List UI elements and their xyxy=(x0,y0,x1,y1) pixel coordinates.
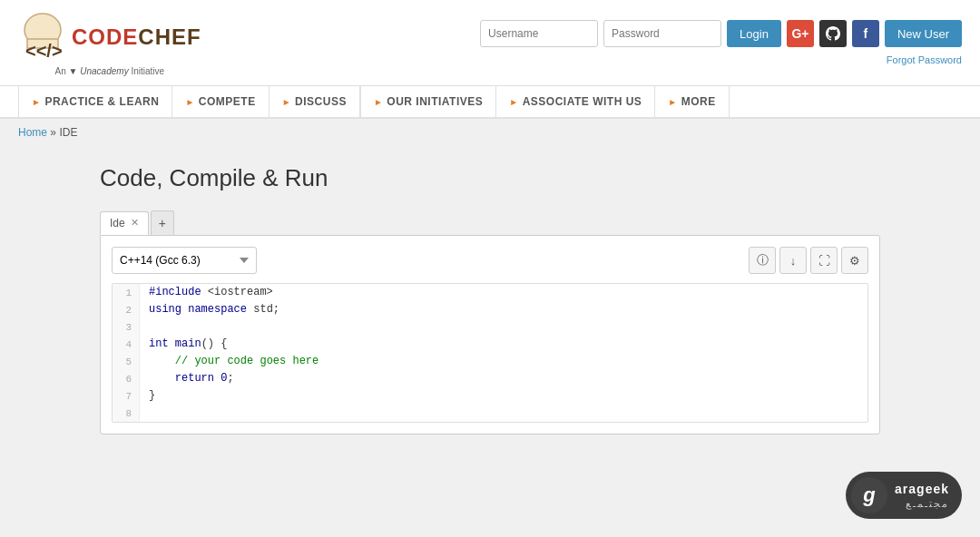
code-editor[interactable]: 1 #include <iostream> 2 using namespace … xyxy=(112,283,868,423)
nav-arrow-practice: ► xyxy=(32,97,41,107)
breadcrumb: Home » IDE xyxy=(0,119,980,146)
nav-item-more[interactable]: ► MORE xyxy=(655,85,729,118)
nav-label-discuss: DISCUSS xyxy=(295,95,347,108)
line-num-3: 3 xyxy=(113,318,140,336)
nav-label-practice: PRACTICE & LEARN xyxy=(44,95,159,108)
tab-ide[interactable]: Ide ✕ xyxy=(100,211,149,235)
line-content-1: #include <iostream> xyxy=(140,284,273,300)
line-content-7: } xyxy=(140,387,155,404)
line-content-5: // your code goes here xyxy=(140,353,318,369)
breadcrumb-current: IDE xyxy=(59,126,77,139)
nav-item-practice[interactable]: ► PRACTICE & LEARN xyxy=(18,85,172,118)
tab-close-button[interactable]: ✕ xyxy=(131,217,139,229)
language-select[interactable]: C++14 (Gcc 6.3) xyxy=(112,247,257,274)
svg-text:<</>: <</> xyxy=(25,41,63,61)
main-content: Code, Compile & Run Ide ✕ + C++14 (Gcc 6… xyxy=(82,146,898,453)
ide-actions: ⓘ ↓ ⛶ ⚙ xyxy=(749,247,868,274)
code-line-5: 5 // your code goes here xyxy=(113,353,867,370)
nav-label-initiatives: OUR INITIATIVES xyxy=(387,95,483,108)
line-num-7: 7 xyxy=(113,387,140,405)
logo-subtext: An ▼ Unacademy Initiative xyxy=(55,66,165,76)
forgot-password-link[interactable]: Forgot Password xyxy=(480,54,962,65)
ide-fullscreen-button[interactable]: ⛶ xyxy=(810,247,838,274)
logo-wrapper: <</> CODECHEF xyxy=(18,10,201,64)
nav-item-discuss[interactable]: ► DISCUSS xyxy=(270,85,360,118)
header: <</> CODECHEF An ▼ Unacademy Initiative … xyxy=(0,0,980,86)
logo-icon: <</> xyxy=(18,10,68,64)
line-num-8: 8 xyxy=(113,405,140,422)
login-row: Login G+ f New User xyxy=(480,20,962,47)
nav-item-compete[interactable]: ► COMPETE xyxy=(172,85,269,118)
github-login-button[interactable] xyxy=(819,20,847,47)
tab-ide-label: Ide xyxy=(110,217,125,229)
nav-arrow-more: ► xyxy=(668,97,677,107)
nav-arrow-compete: ► xyxy=(185,97,194,107)
login-area: Login G+ f New User Forgot Password xyxy=(480,20,962,65)
code-line-6: 6 return 0; xyxy=(113,370,867,387)
password-input[interactable] xyxy=(603,20,721,47)
code-line-4: 4 int main() { xyxy=(113,336,867,353)
code-line-2: 2 using namespace std; xyxy=(113,301,867,318)
line-content-6: return 0; xyxy=(140,370,234,386)
google-login-button[interactable]: G+ xyxy=(787,20,814,47)
ide-toolbar: C++14 (Gcc 6.3) ⓘ ↓ ⛶ ⚙ xyxy=(112,247,868,274)
nav-label-more: MORE xyxy=(681,95,716,108)
ide-settings-button[interactable]: ⚙ xyxy=(841,247,868,274)
logo-text-area: CODECHEF xyxy=(72,24,201,50)
logo-text: CODECHEF xyxy=(72,24,201,50)
breadcrumb-separator: » xyxy=(50,126,56,139)
nav-item-initiatives[interactable]: ► OUR INITIATIVES xyxy=(361,85,496,118)
login-button[interactable]: Login xyxy=(727,20,781,47)
navigation: ► PRACTICE & LEARN ► COMPETE ► DISCUSS ►… xyxy=(0,86,980,119)
line-num-6: 6 xyxy=(113,370,140,387)
nav-item-associate[interactable]: ► ASSOCIATE WITH US xyxy=(496,85,655,118)
tabs: Ide ✕ + xyxy=(100,210,880,235)
facebook-login-button[interactable]: f xyxy=(852,20,879,47)
nav-label-associate: ASSOCIATE WITH US xyxy=(523,95,642,108)
new-user-button[interactable]: New User xyxy=(885,20,962,47)
ide-info-button[interactable]: ⓘ xyxy=(749,247,776,274)
breadcrumb-home[interactable]: Home xyxy=(18,126,47,139)
logo-area: <</> CODECHEF An ▼ Unacademy Initiative xyxy=(18,10,201,76)
nav-arrow-discuss: ► xyxy=(282,97,291,107)
page-title: Code, Compile & Run xyxy=(100,164,880,192)
line-content-2: using namespace std; xyxy=(140,301,279,317)
line-num-2: 2 xyxy=(113,301,140,318)
tab-add-button[interactable]: + xyxy=(151,210,174,235)
code-line-8: 8 xyxy=(113,405,867,422)
username-input[interactable] xyxy=(480,20,598,47)
line-num-5: 5 xyxy=(113,353,140,370)
code-line-7: 7 } xyxy=(113,387,867,405)
line-num-1: 1 xyxy=(113,284,140,301)
nav-arrow-initiatives: ► xyxy=(374,97,383,107)
ide-container: C++14 (Gcc 6.3) ⓘ ↓ ⛶ ⚙ 1 #include <iost… xyxy=(100,235,880,434)
code-line-3: 3 xyxy=(113,318,867,336)
code-line-1: 1 #include <iostream> xyxy=(113,284,867,301)
ide-download-button[interactable]: ↓ xyxy=(779,247,807,274)
line-content-4: int main() { xyxy=(140,336,227,352)
line-num-4: 4 xyxy=(113,336,140,353)
nav-arrow-associate: ► xyxy=(509,97,518,107)
nav-label-compete: COMPETE xyxy=(199,95,256,108)
